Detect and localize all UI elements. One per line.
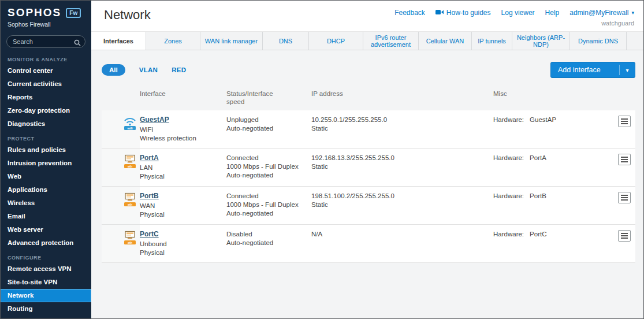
status-line: Unplugged bbox=[226, 116, 307, 124]
ip-cell: 192.168.13.3/255.255.255.0 Static bbox=[311, 149, 493, 186]
tab-bar: Interfaces Zones WAN link manager DNS DH… bbox=[91, 31, 643, 50]
interface-name-link[interactable]: PortC bbox=[140, 230, 159, 239]
interface-icon-cell: wifi eth bbox=[102, 149, 140, 186]
user-menu[interactable]: admin@MyFirewall ▾ bbox=[569, 9, 634, 17]
ip-mode: Static bbox=[311, 124, 489, 133]
howto-guides-link[interactable]: How-to guides bbox=[435, 9, 491, 17]
misc-cell: Hardware:PortC bbox=[493, 225, 609, 262]
table-header: Interface Status/Interface speed IP addr… bbox=[102, 87, 635, 110]
row-menu-button[interactable] bbox=[618, 192, 631, 203]
sidebar-item-wireless[interactable]: Wireless bbox=[1, 196, 91, 210]
col-header-status: Status/Interface speed bbox=[226, 90, 284, 106]
interface-name-link[interactable]: PortA bbox=[140, 154, 159, 162]
svg-text:eth: eth bbox=[128, 165, 133, 168]
tab-cellular-wan[interactable]: Cellular WAN bbox=[419, 32, 472, 50]
feedback-link[interactable]: Feedback bbox=[394, 9, 425, 17]
interface-zone: WiFi bbox=[140, 125, 222, 134]
ip-mode: Static bbox=[311, 201, 489, 209]
col-header-misc: Misc bbox=[493, 90, 609, 106]
add-interface-label: Add interface bbox=[551, 66, 619, 74]
add-interface-button[interactable]: Add interface ▾ bbox=[550, 62, 635, 78]
tab-dhcp[interactable]: DHCP bbox=[309, 32, 363, 50]
row-menu-button[interactable] bbox=[618, 230, 631, 242]
sidebar-item-remote-access-vpn[interactable]: Remote access VPN bbox=[1, 262, 91, 276]
tab-wan-link-manager[interactable]: WAN link manager bbox=[200, 32, 263, 50]
sidebar-search bbox=[1, 31, 91, 51]
sidebar-item-zero-day-protection[interactable]: Zero-day protection bbox=[1, 104, 91, 117]
tab-neighbors-arp-ndp[interactable]: Neighbors (ARP-NDP) bbox=[512, 32, 570, 50]
interface-cell: PortA LAN Physical bbox=[140, 149, 226, 186]
page-title: Network bbox=[104, 8, 151, 23]
tab-ipv6-router-advertisement[interactable]: IPv6 router advertisement bbox=[363, 32, 419, 50]
col-header-ip: IP address bbox=[311, 90, 493, 106]
header-links: Feedback How-to guides Log viewer Help a… bbox=[394, 9, 634, 17]
hardware-label: Hardware: bbox=[493, 154, 524, 161]
row-menu-button[interactable] bbox=[618, 154, 631, 165]
sidebar-item-network[interactable]: Network bbox=[1, 289, 91, 302]
interface-name-link[interactable]: PortB bbox=[140, 192, 159, 201]
interface-type: Physical bbox=[140, 248, 222, 257]
ip-cell: 198.51.100.2/255.255.255.0 Static bbox=[311, 187, 493, 224]
misc-cell: Hardware:PortA bbox=[493, 149, 609, 186]
sidebar-item-rules-and-policies[interactable]: Rules and policies bbox=[1, 143, 91, 157]
header-spacer bbox=[609, 90, 635, 106]
help-link[interactable]: Help bbox=[545, 9, 560, 17]
tab-interfaces[interactable]: Interfaces bbox=[91, 32, 146, 50]
app-window: SOPHOS Fw Sophos Firewall MONITOR & ANAL… bbox=[0, 0, 644, 319]
status-cell: Unplugged Auto-negotiated bbox=[226, 110, 311, 148]
sidebar-item-reports[interactable]: Reports bbox=[1, 91, 91, 104]
ethernet-interface-icon: wifi eth bbox=[122, 230, 137, 245]
ip-mode: Static bbox=[311, 162, 489, 171]
table-row: wifi eth PortB WAN Physical Connected 10… bbox=[102, 187, 635, 225]
status-line: 1000 Mbps - Full Duplex bbox=[226, 201, 307, 209]
interface-cell: GuestAP WiFi Wireless protection bbox=[140, 110, 226, 148]
sidebar-item-email[interactable]: Email bbox=[1, 210, 91, 223]
ip-address: 192.168.13.3/255.255.255.0 bbox=[311, 154, 489, 162]
tab-dns[interactable]: DNS bbox=[263, 32, 309, 50]
filter-all[interactable]: All bbox=[102, 64, 125, 76]
status-cell: Connected 1000 Mbps - Full Duplex Auto-n… bbox=[226, 149, 311, 186]
sidebar-item-current-activities[interactable]: Current activities bbox=[1, 77, 91, 91]
ip-address: 198.51.100.2/255.255.255.0 bbox=[311, 192, 489, 201]
svg-text:eth: eth bbox=[128, 241, 133, 244]
section-label-monitor-analyze: MONITOR & ANALYZE bbox=[1, 51, 91, 64]
table-row: wifi eth PortC Unbound Physical Disabled… bbox=[102, 225, 635, 263]
sidebar-item-diagnostics[interactable]: Diagnostics bbox=[1, 117, 91, 131]
tab-dynamic-dns[interactable]: Dynamic DNS bbox=[570, 32, 627, 50]
filter-red[interactable]: RED bbox=[172, 66, 186, 73]
howto-guides-label: How-to guides bbox=[446, 9, 491, 17]
ethernet-interface-icon: wifi eth bbox=[122, 154, 137, 169]
sidebar-item-routing[interactable]: Routing bbox=[1, 302, 91, 316]
tab-zones[interactable]: Zones bbox=[146, 32, 200, 50]
hardware-value: PortC bbox=[530, 231, 546, 238]
status-line: Connected bbox=[226, 192, 307, 201]
row-menu-button[interactable] bbox=[618, 116, 631, 127]
content-area: All VLAN RED Add interface ▾ Interface S… bbox=[91, 50, 643, 318]
interface-name-link[interactable]: GuestAP bbox=[140, 116, 169, 124]
status-line: 1000 Mbps - Full Duplex bbox=[226, 162, 307, 171]
main-area: Network Feedback How-to guides Log viewe… bbox=[91, 1, 643, 318]
sidebar-item-intrusion-prevention[interactable]: Intrusion prevention bbox=[1, 157, 91, 170]
status-line: Auto-negotiated bbox=[226, 124, 307, 133]
sidebar-item-advanced-protection[interactable]: Advanced protection bbox=[1, 236, 91, 250]
menu-icon bbox=[621, 233, 628, 234]
tab-ip-tunnels[interactable]: IP tunnels bbox=[472, 32, 512, 50]
sidebar-item-control-center[interactable]: Control center bbox=[1, 64, 91, 77]
table-row: wifi eth PortA LAN Physical Connected 10… bbox=[102, 149, 635, 187]
sidebar-item-web[interactable]: Web bbox=[1, 170, 91, 183]
ip-address: N/A bbox=[311, 230, 489, 239]
log-viewer-link[interactable]: Log viewer bbox=[501, 9, 535, 17]
sidebar-item-web-server[interactable]: Web server bbox=[1, 223, 91, 236]
filter-row: All VLAN RED Add interface ▾ bbox=[102, 62, 635, 78]
ip-cell: N/A bbox=[311, 225, 493, 262]
status-line: Auto-negotiated bbox=[226, 209, 307, 218]
org-name: watchguard bbox=[394, 20, 634, 27]
sidebar-item-applications[interactable]: Applications bbox=[1, 183, 91, 196]
interface-cell: PortC Unbound Physical bbox=[140, 225, 226, 262]
action-cell bbox=[609, 110, 635, 148]
header-spacer bbox=[102, 90, 140, 106]
filter-vlan[interactable]: VLAN bbox=[139, 66, 158, 73]
interface-type: Physical bbox=[140, 172, 222, 181]
wifi-interface-icon: wifi eth bbox=[122, 116, 137, 131]
sidebar-item-site-to-site-vpn[interactable]: Site-to-site VPN bbox=[1, 276, 91, 289]
